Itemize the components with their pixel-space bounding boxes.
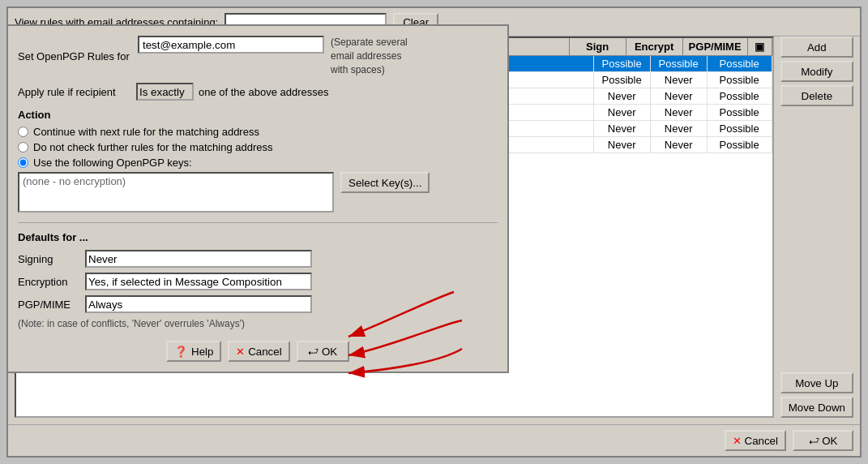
dialog-buttons: ❓ Help ✕ Cancel ⮐ OK xyxy=(18,341,498,362)
rule-condition-select[interactable]: Is exactly Contains Starts with Ends wit… xyxy=(136,83,194,101)
pgpmime-row: PGP/MIME Never Always If possible xyxy=(18,295,498,313)
help-button[interactable]: ❓ Help xyxy=(166,341,221,362)
dialog-ok-icon: ⮐ xyxy=(308,346,319,358)
conflict-note: (Note: in case of conflicts, 'Never' ove… xyxy=(18,318,498,329)
action-section: Action Continue with next rule for the m… xyxy=(18,109,498,213)
select-keys-button[interactable]: Select Key(s)... xyxy=(340,172,430,193)
main-cancel-button[interactable]: ✕ Cancel xyxy=(725,430,786,451)
action-title: Action xyxy=(18,109,498,121)
email-input[interactable] xyxy=(138,36,324,54)
x-icon: ✕ xyxy=(733,435,742,447)
encryption-label: Encryption xyxy=(18,276,79,288)
modify-button[interactable]: Modify xyxy=(780,61,853,82)
action-radio-continue[interactable] xyxy=(18,127,28,137)
set-rules-label: Set OpenPGP Rules for xyxy=(18,50,131,62)
cancel-x-icon: ✕ xyxy=(236,346,245,358)
rule-suffix: one of the above addresses xyxy=(199,86,328,98)
main-ok-button[interactable]: ⮐ OK xyxy=(793,430,853,451)
col-icon: ▣ xyxy=(748,38,772,55)
col-sign: Sign xyxy=(570,38,626,55)
action-radio-1[interactable]: Continue with next rule for the matching… xyxy=(18,126,498,138)
encryption-select[interactable]: Never Always If possible Yes, if selecte… xyxy=(85,273,312,290)
apply-rule-label: Apply rule if recipient xyxy=(18,86,131,98)
action-radio-stop[interactable] xyxy=(18,142,28,153)
email-hint: (Separate severalemail addresseswith spa… xyxy=(331,36,408,76)
edit-rule-dialog: Set OpenPGP Rules for (Separate severale… xyxy=(6,24,509,373)
signing-select[interactable]: Never Always If possible xyxy=(85,250,312,268)
action-label-3: Use the following OpenPGP keys: xyxy=(33,157,192,169)
delete-button[interactable]: Delete xyxy=(780,85,853,106)
defaults-title: Defaults for ... xyxy=(18,231,498,243)
col-encrypt: Encrypt xyxy=(626,38,683,55)
encryption-row: Encryption Never Always If possible Yes,… xyxy=(18,273,498,290)
defaults-section: Defaults for ... Signing Never Always If… xyxy=(18,222,498,329)
cancel-label: Cancel xyxy=(248,346,282,358)
help-icon: ❓ xyxy=(174,346,188,358)
move-down-button[interactable]: Move Down xyxy=(780,397,853,418)
action-label-2: Do not check further rules for the match… xyxy=(33,141,273,153)
right-button-group: Add Modify Delete Move Up Move Down xyxy=(780,37,853,418)
action-radio-2[interactable]: Do not check further rules for the match… xyxy=(18,141,498,153)
move-up-button[interactable]: Move Up xyxy=(780,372,853,393)
pgpmime-select[interactable]: Never Always If possible xyxy=(85,295,312,313)
pgpmime-label: PGP/MIME xyxy=(18,299,79,311)
add-button[interactable]: Add xyxy=(780,37,853,58)
keys-area: (none - no encryption) Select Key(s)... xyxy=(18,172,498,213)
dialog-ok-button[interactable]: ⮐ OK xyxy=(297,341,349,362)
signing-label: Signing xyxy=(18,253,79,265)
rules-for-row: Set OpenPGP Rules for (Separate severale… xyxy=(18,36,498,76)
action-label-1: Continue with next rule for the matching… xyxy=(33,126,259,138)
dialog-ok-label: OK xyxy=(322,346,337,358)
apply-rule-row: Apply rule if recipient Is exactly Conta… xyxy=(18,83,498,101)
action-radio-3[interactable]: Use the following OpenPGP keys: xyxy=(18,157,498,169)
ok-icon: ⮐ xyxy=(809,435,819,447)
dialog-cancel-button[interactable]: ✕ Cancel xyxy=(228,341,289,362)
keys-textarea[interactable]: (none - no encryption) xyxy=(18,172,334,213)
action-radio-keys[interactable] xyxy=(18,157,28,168)
signing-row: Signing Never Always If possible xyxy=(18,250,498,268)
help-label: Help xyxy=(191,346,213,358)
bottom-bar: ✕ Cancel ⮐ OK xyxy=(8,424,860,456)
col-pgpmime: PGP/MIME xyxy=(683,38,748,55)
